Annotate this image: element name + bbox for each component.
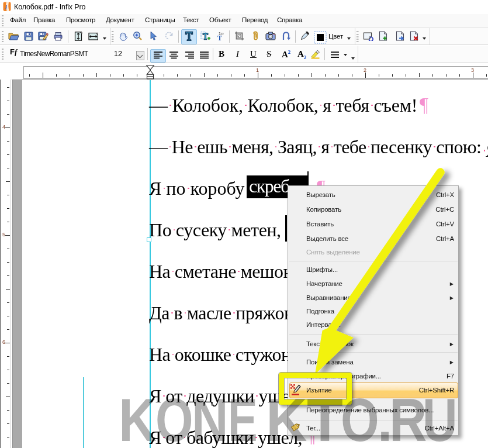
svg-text:T: T bbox=[217, 34, 222, 42]
